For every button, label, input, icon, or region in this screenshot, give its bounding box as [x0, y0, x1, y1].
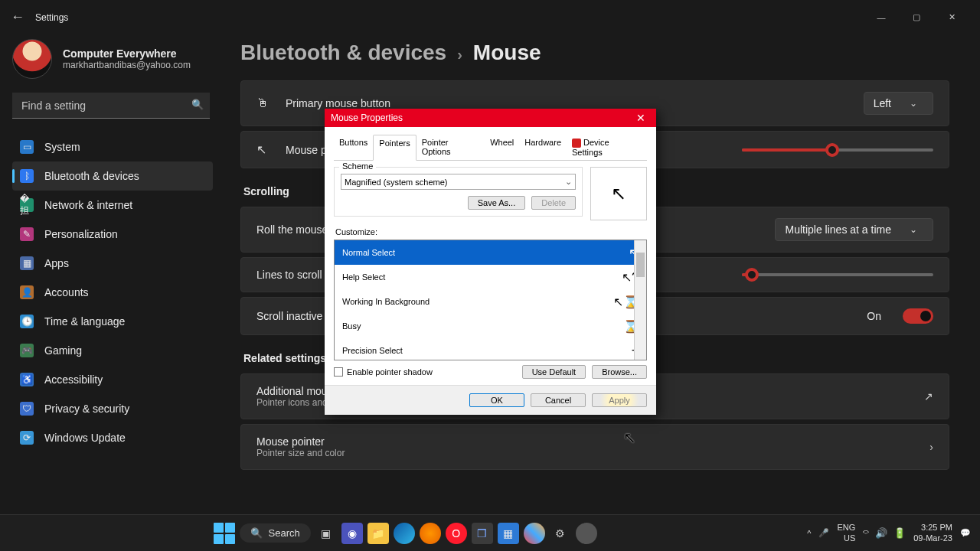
- person-icon: 👤: [20, 285, 34, 299]
- synaptics-icon: [572, 139, 581, 148]
- delete-button[interactable]: Delete: [531, 196, 576, 210]
- tab-wheel[interactable]: Wheel: [485, 135, 519, 160]
- taskbar: 🔍Search ▣ ◉ 📁 O ❒ ▦ ⚙ ^ 🎤 ENG US ⌔ 🔊 🔋 3…: [0, 514, 980, 551]
- close-button[interactable]: ✕: [934, 5, 969, 30]
- sidebar-item-label: System: [44, 141, 80, 153]
- scheme-groupbox-label: Scheme: [339, 161, 376, 171]
- maximize-button[interactable]: ▢: [899, 5, 934, 30]
- update-icon: ⟳: [20, 431, 34, 445]
- language-indicator[interactable]: ENG US: [837, 523, 855, 543]
- list-item[interactable]: Working In Background↖⌛: [335, 289, 646, 314]
- opera-icon[interactable]: O: [446, 523, 467, 544]
- checkbox-icon: [334, 367, 343, 377]
- sidebar-item-accessibility[interactable]: ♿Accessibility: [12, 365, 213, 394]
- sidebar-item-network[interactable]: �担Network & internet: [12, 191, 213, 220]
- clock[interactable]: 3:25 PM 09-Mar-23: [913, 523, 952, 543]
- wifi-icon: �担: [20, 198, 34, 212]
- paint-icon[interactable]: [524, 523, 545, 544]
- save-as-button[interactable]: Save As...: [468, 196, 526, 210]
- cancel-button[interactable]: Cancel: [531, 393, 586, 407]
- roll-select[interactable]: Multiple lines at a time: [775, 218, 933, 241]
- volume-icon[interactable]: 🔊: [875, 527, 887, 539]
- list-item-label: Help Select: [342, 272, 385, 282]
- list-item[interactable]: Busy⌛: [335, 314, 646, 338]
- dialog-title: Mouse Properties: [331, 112, 403, 123]
- search-icon: 🔍: [250, 527, 263, 539]
- tray-chevron-icon[interactable]: ^: [807, 529, 811, 538]
- sidebar-item-privacy[interactable]: 🛡Privacy & security: [12, 394, 213, 423]
- card-mouse-pointer[interactable]: Mouse pointer Pointer size and color ›: [240, 424, 949, 470]
- list-item-label: Precision Select: [342, 346, 403, 355]
- cursor-listbox[interactable]: Normal Select↖ Help Select↖? Working In …: [334, 240, 647, 360]
- sidebar-item-label: Privacy & security: [44, 403, 129, 415]
- sidebar-item-label: Time & language: [44, 315, 125, 328]
- pointer-speed-slider[interactable]: [742, 148, 933, 152]
- settings-icon[interactable]: ⚙: [550, 523, 571, 544]
- app-icon[interactable]: [576, 523, 597, 544]
- tab-device-settings[interactable]: Device Settings: [567, 135, 647, 160]
- list-item[interactable]: Precision Select+: [335, 338, 646, 360]
- microphone-icon[interactable]: 🎤: [818, 528, 829, 538]
- gamepad-icon: 🎮: [20, 344, 34, 357]
- wifi-icon[interactable]: ⌔: [863, 527, 869, 539]
- lines-slider[interactable]: [742, 273, 933, 276]
- battery-icon[interactable]: 🔋: [893, 527, 906, 539]
- tab-pointer-options[interactable]: Pointer Options: [416, 135, 485, 160]
- edge-icon[interactable]: [394, 523, 415, 544]
- taskbar-search[interactable]: 🔍Search: [240, 523, 311, 543]
- list-item[interactable]: Normal Select↖: [335, 240, 646, 265]
- dialog-titlebar[interactable]: Mouse Properties ✕: [325, 109, 656, 127]
- scheme-combobox[interactable]: Magnified (system scheme): [341, 174, 576, 190]
- sidebar-item-system[interactable]: ▭System: [12, 132, 213, 161]
- breadcrumb: Bluetooth & devices › Mouse: [240, 41, 949, 65]
- profile-email: markhartbandibas@yahoo.com: [63, 60, 191, 70]
- mouse-icon: 🖱: [256, 96, 272, 110]
- chevron-right-icon: ›: [929, 441, 933, 453]
- window-title: Settings: [35, 12, 68, 23]
- use-default-button[interactable]: Use Default: [522, 365, 586, 379]
- task-view-icon[interactable]: ▣: [315, 523, 337, 544]
- explorer-icon[interactable]: 📁: [368, 523, 389, 544]
- tab-hardware[interactable]: Hardware: [519, 135, 567, 160]
- tab-pointers[interactable]: Pointers: [373, 135, 416, 161]
- teams-icon[interactable]: ◉: [341, 523, 363, 544]
- sidebar-item-personalization[interactable]: ✎Personalization: [12, 220, 213, 249]
- combobox-value: Magnified (system scheme): [345, 178, 448, 187]
- list-item-label: Working In Background: [342, 297, 430, 306]
- profile-block[interactable]: Computer Everywhere markhartbandibas@yah…: [12, 39, 213, 79]
- app-icon[interactable]: ▦: [498, 523, 519, 544]
- app-icon[interactable]: ❒: [472, 523, 493, 544]
- minimize-button[interactable]: —: [864, 5, 899, 30]
- search-icon: 🔍: [191, 99, 204, 110]
- back-button[interactable]: ←: [11, 9, 24, 25]
- browse-button[interactable]: Browse...: [592, 365, 647, 379]
- sidebar-item-label: Gaming: [44, 344, 82, 357]
- select-value: Multiple lines at a time: [785, 223, 891, 236]
- dialog-close-button[interactable]: ✕: [632, 112, 650, 124]
- clock-icon: 🕒: [20, 315, 34, 328]
- bluetooth-icon: ᛒ: [20, 169, 34, 183]
- tab-buttons[interactable]: Buttons: [334, 135, 373, 160]
- lang-primary: ENG: [837, 523, 855, 533]
- sidebar-item-update[interactable]: ⟳Windows Update: [12, 423, 213, 452]
- sidebar-item-time[interactable]: 🕒Time & language: [12, 307, 213, 336]
- primary-button-select[interactable]: Left: [864, 92, 933, 115]
- apply-button[interactable]: Apply: [592, 393, 647, 407]
- start-button[interactable]: [214, 523, 235, 544]
- sidebar-item-gaming[interactable]: 🎮Gaming: [12, 336, 213, 365]
- firefox-icon[interactable]: [420, 523, 441, 544]
- sidebar-item-apps[interactable]: ▦Apps: [12, 249, 213, 278]
- sidebar-item-accounts[interactable]: 👤Accounts: [12, 278, 213, 307]
- search-input[interactable]: [12, 93, 210, 119]
- notifications-icon[interactable]: 💬: [960, 528, 971, 538]
- list-item[interactable]: Help Select↖?: [335, 265, 646, 289]
- enable-shadow-checkbox[interactable]: Enable pointer shadow: [334, 367, 433, 377]
- ok-button[interactable]: OK: [469, 393, 524, 407]
- sidebar-item-bluetooth[interactable]: ᛒBluetooth & devices: [12, 161, 213, 191]
- sidebar-item-label: Apps: [44, 257, 69, 269]
- clock-date: 09-Mar-23: [913, 533, 952, 543]
- listbox-scrollbar[interactable]: [634, 240, 646, 360]
- breadcrumb-parent[interactable]: Bluetooth & devices: [240, 41, 446, 65]
- inactive-toggle[interactable]: [903, 308, 933, 324]
- avatar: [12, 39, 52, 79]
